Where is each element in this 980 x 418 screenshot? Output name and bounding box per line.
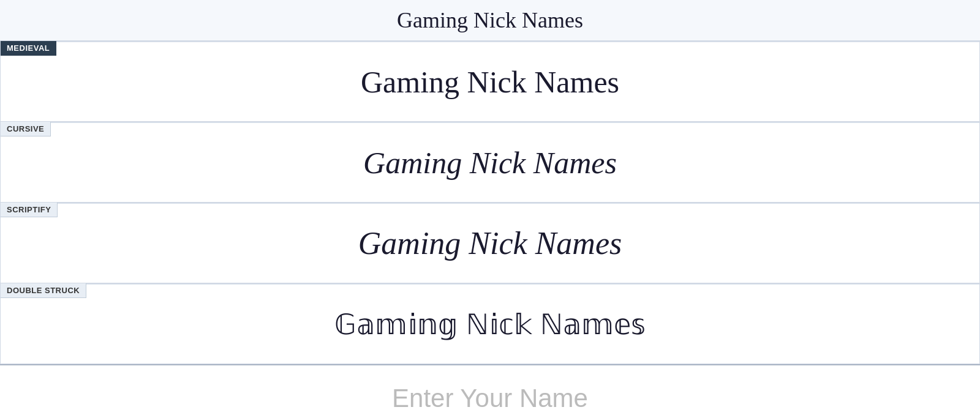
font-section-cursive: CURSIVEGaming Nick Names — [0, 122, 980, 203]
top-section: Gaming Nick Names — [0, 0, 980, 41]
top-font-display: Gaming Nick Names — [397, 7, 583, 33]
font-section-medieval: MEDIEVALGaming Nick Names — [0, 41, 980, 122]
input-bar — [0, 364, 980, 418]
font-sections-container: MEDIEVALGaming Nick NamesCURSIVEGaming N… — [0, 41, 980, 364]
page-wrapper: Gaming Nick Names MEDIEVALGaming Nick Na… — [0, 0, 980, 418]
font-display-double-struck: 𝔾𝕒𝕞𝕚𝕟𝕘 ℕ𝕚𝕔𝕜 ℕ𝕒𝕞𝕖𝕤 — [334, 308, 646, 341]
font-label-double-struck: DOUBLE STRUCK — [1, 283, 86, 298]
name-input[interactable] — [12, 378, 968, 418]
font-label-medieval: MEDIEVAL — [1, 41, 56, 56]
font-display-scriptify: Gaming Nick Names — [358, 225, 622, 261]
font-section-double-struck: DOUBLE STRUCK𝔾𝕒𝕞𝕚𝕟𝕘 ℕ𝕚𝕔𝕜 ℕ𝕒𝕞𝕖𝕤 — [0, 283, 980, 364]
font-display-medieval: Gaming Nick Names — [361, 64, 619, 100]
font-label-scriptify: SCRIPTIFY — [1, 203, 58, 217]
font-section-scriptify: SCRIPTIFYGaming Nick Names — [0, 203, 980, 283]
font-label-cursive: CURSIVE — [1, 122, 51, 136]
font-display-cursive: Gaming Nick Names — [363, 145, 617, 181]
